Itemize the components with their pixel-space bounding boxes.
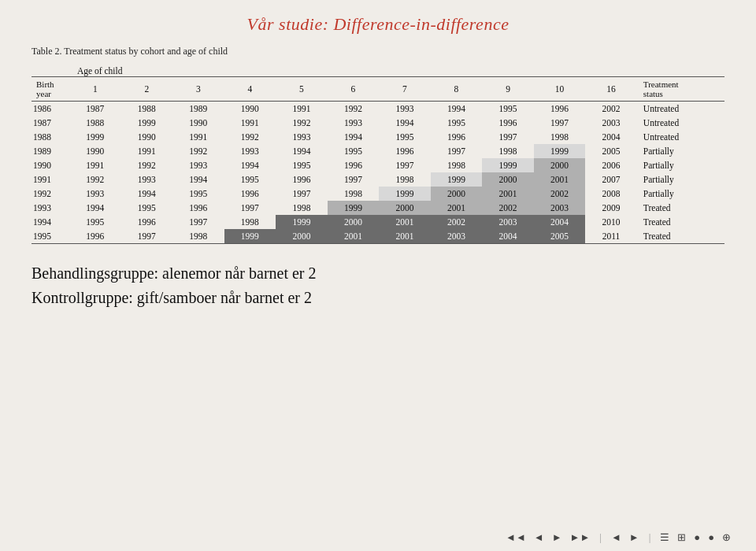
data-cell: 1989 bbox=[172, 102, 224, 116]
nav-last-button[interactable]: ►► bbox=[569, 531, 592, 545]
data-cell: 1988 bbox=[69, 116, 121, 130]
nav-zoom-button[interactable]: ⊕ bbox=[721, 531, 732, 545]
treatment-status-cell: Partially bbox=[637, 172, 724, 187]
data-cell: 1994 bbox=[172, 172, 224, 187]
data-cell: 1990 bbox=[121, 130, 173, 144]
treatment-status-header: Treatmentstatus bbox=[637, 77, 724, 102]
data-cell: 2006 bbox=[585, 158, 637, 172]
data-cell: 2000 bbox=[328, 215, 380, 229]
treatment-status-header-top bbox=[637, 64, 724, 77]
birth-year-col-header: Birthyear bbox=[32, 77, 69, 102]
data-cell: 2001 bbox=[328, 229, 380, 244]
data-cell: 1996 bbox=[172, 201, 224, 215]
data-cell: 2009 bbox=[585, 201, 637, 215]
nav-next-slide-button[interactable]: ► bbox=[628, 531, 641, 545]
data-cell: 1997 bbox=[379, 158, 431, 172]
table-row: 1986198719881989199019911992199319941995… bbox=[32, 102, 724, 116]
age-1-header: 1 bbox=[69, 77, 121, 102]
nav-menu-button[interactable]: ☰ bbox=[658, 531, 671, 545]
data-cell: 2000 bbox=[276, 229, 328, 244]
nav-prev-slide-button[interactable]: ◄ bbox=[610, 531, 623, 545]
data-cell: 1988 bbox=[121, 102, 173, 116]
data-cell: 1993 bbox=[121, 172, 173, 187]
data-cell: 1993 bbox=[328, 116, 380, 130]
data-cell: 1997 bbox=[224, 201, 276, 215]
nav-next-button[interactable]: ► bbox=[550, 531, 564, 545]
data-cell: 1992 bbox=[69, 172, 121, 187]
data-cell: 1999 bbox=[69, 130, 121, 144]
treatment-status-cell: Partially bbox=[637, 144, 724, 158]
age-4-header: 4 bbox=[224, 77, 276, 102]
data-cell: 2008 bbox=[585, 187, 637, 201]
data-cell: 1997 bbox=[328, 172, 380, 187]
data-cell: 1995 bbox=[328, 144, 380, 158]
data-cell: 1991 bbox=[121, 144, 173, 158]
data-cell: 1996 bbox=[276, 172, 328, 187]
data-cell: 1999 bbox=[379, 187, 431, 201]
data-cell: 1999 bbox=[534, 144, 586, 158]
data-cell: 1994 bbox=[379, 116, 431, 130]
data-cell: 2003 bbox=[482, 215, 534, 229]
data-cell: 2001 bbox=[431, 201, 483, 215]
data-cell: 1987 bbox=[69, 102, 121, 116]
treatment-status-cell: Treated bbox=[637, 215, 724, 229]
birth-year-cell: 1988 bbox=[32, 130, 69, 144]
data-cell: 1998 bbox=[379, 172, 431, 187]
data-cell: 1997 bbox=[121, 229, 173, 244]
nav-dot2[interactable]: ● bbox=[706, 531, 716, 545]
data-cell: 2004 bbox=[482, 229, 534, 244]
data-cell: 1998 bbox=[172, 229, 224, 244]
data-cell: 1993 bbox=[69, 187, 121, 201]
data-cell: 1995 bbox=[431, 116, 483, 130]
data-cell: 1997 bbox=[431, 144, 483, 158]
data-cell: 1998 bbox=[431, 158, 483, 172]
data-cell: 1996 bbox=[121, 215, 173, 229]
data-cell: 1995 bbox=[379, 130, 431, 144]
data-cell: 1991 bbox=[172, 130, 224, 144]
data-cell: 1992 bbox=[328, 102, 380, 116]
data-cell: 1991 bbox=[224, 116, 276, 130]
data-cell: 2002 bbox=[431, 215, 483, 229]
nav-first-button[interactable]: ◄◄ bbox=[504, 531, 528, 545]
table-row: 1990199119921993199419951996199719981999… bbox=[32, 158, 724, 172]
birth-year-cell: 1990 bbox=[32, 158, 69, 172]
nav-grid-button[interactable]: ⊞ bbox=[676, 531, 687, 545]
data-cell: 1993 bbox=[224, 144, 276, 158]
nav-dot1[interactable]: ● bbox=[692, 531, 702, 545]
data-cell: 1996 bbox=[431, 130, 483, 144]
data-cell: 2004 bbox=[585, 130, 637, 144]
table-caption: Table 2. Treatment status by cohort and … bbox=[32, 46, 724, 57]
data-cell: 2001 bbox=[482, 187, 534, 201]
data-cell: 1992 bbox=[224, 130, 276, 144]
data-cell: 1994 bbox=[121, 187, 173, 201]
table-row: 1988199919901991199219931994199519961997… bbox=[32, 130, 724, 144]
nav-prev-button[interactable]: ◄ bbox=[532, 531, 546, 545]
data-cell: 1990 bbox=[224, 102, 276, 116]
birth-year-header bbox=[32, 64, 69, 77]
data-cell: 1995 bbox=[224, 172, 276, 187]
data-cell: 1996 bbox=[328, 158, 380, 172]
treatment-status-cell: Untreated bbox=[637, 130, 724, 144]
data-cell: 1990 bbox=[172, 116, 224, 130]
data-cell: 1999 bbox=[121, 116, 173, 130]
table-row: 1994199519961997199819992000200120022003… bbox=[32, 215, 724, 229]
data-cell: 1999 bbox=[431, 172, 483, 187]
data-cell: 1998 bbox=[534, 130, 586, 144]
data-cell: 2010 bbox=[585, 215, 637, 229]
data-cell: 1998 bbox=[328, 187, 380, 201]
birth-year-cell: 1989 bbox=[32, 144, 69, 158]
table-row: 1989199019911992199319941995199619971998… bbox=[32, 144, 724, 158]
data-cell: 1998 bbox=[276, 201, 328, 215]
header-top-row: Age of child bbox=[32, 64, 724, 77]
data-cell: 1997 bbox=[482, 130, 534, 144]
data-cell: 2002 bbox=[534, 187, 586, 201]
birth-year-cell: 1993 bbox=[32, 201, 69, 215]
data-cell: 2007 bbox=[585, 172, 637, 187]
footer-line1: Behandlingsgruppe: alenemor når barnet e… bbox=[32, 261, 724, 286]
header-row: Birthyear 1 2 3 4 5 6 7 8 9 10 16 Treatm… bbox=[32, 77, 724, 102]
table-row: 1991199219931994199519961997199819992000… bbox=[32, 172, 724, 187]
data-cell: 1992 bbox=[276, 116, 328, 130]
data-cell: 2003 bbox=[534, 201, 586, 215]
data-cell: 2001 bbox=[379, 215, 431, 229]
data-cell: 1993 bbox=[172, 158, 224, 172]
